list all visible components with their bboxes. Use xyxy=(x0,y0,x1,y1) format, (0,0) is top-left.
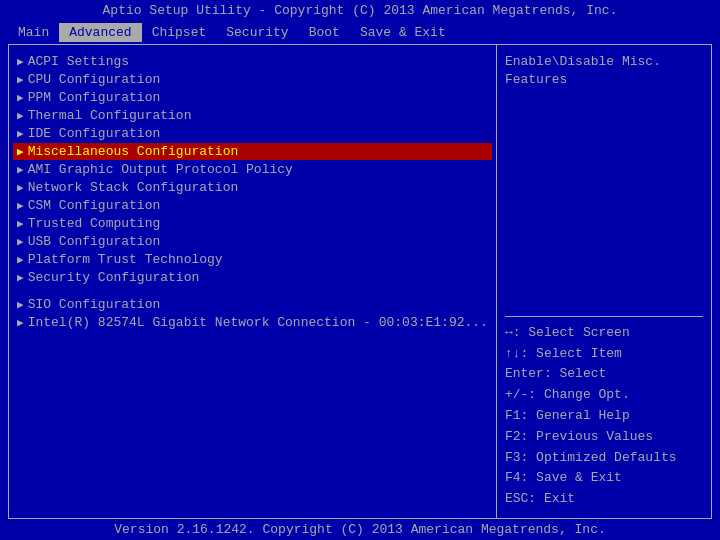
menu-item-advanced[interactable]: Advanced xyxy=(59,23,141,42)
entry-arrow-icon: ▶ xyxy=(17,127,24,140)
entry-label: CSM Configuration xyxy=(28,198,161,213)
entry-arrow-icon: ▶ xyxy=(17,253,24,266)
right-panel: Enable\Disable Misc. Features ↔: Select … xyxy=(497,45,711,518)
entry-arrow-icon: ▶ xyxy=(17,271,24,284)
entry-label: USB Configuration xyxy=(28,234,161,249)
help-description: Enable\Disable Misc. Features xyxy=(505,53,703,89)
key-help-line: F1: General Help xyxy=(505,406,703,427)
menu-entry-network-stack-configuration[interactable]: ▶Network Stack Configuration xyxy=(13,179,492,196)
entry-arrow-icon: ▶ xyxy=(17,316,24,329)
key-help-line: F4: Save & Exit xyxy=(505,468,703,489)
key-help-line: F3: Optimized Defaults xyxy=(505,448,703,469)
menu-entry-thermal-configuration[interactable]: ▶Thermal Configuration xyxy=(13,107,492,124)
key-help-line: F2: Previous Values xyxy=(505,427,703,448)
menu-entry-ppm-configuration[interactable]: ▶PPM Configuration xyxy=(13,89,492,106)
menu-entry-usb-configuration[interactable]: ▶USB Configuration xyxy=(13,233,492,250)
entry-label: AMI Graphic Output Protocol Policy xyxy=(28,162,293,177)
menu-entry-sio-configuration[interactable]: ▶SIO Configuration xyxy=(13,296,492,313)
entry-label: PPM Configuration xyxy=(28,90,161,105)
menu-entry-intelr-82574l-gigabit-network-[interactable]: ▶Intel(R) 82574L Gigabit Network Connect… xyxy=(13,314,492,331)
key-help-line: Enter: Select xyxy=(505,364,703,385)
title-text: Aptio Setup Utility - Copyright (C) 2013… xyxy=(103,3,618,18)
entry-label: Miscellaneous Configuration xyxy=(28,144,239,159)
entry-label: Network Stack Configuration xyxy=(28,180,239,195)
entry-label: Trusted Computing xyxy=(28,216,161,231)
title-bar: Aptio Setup Utility - Copyright (C) 2013… xyxy=(0,0,720,21)
key-help: ↔: Select Screen↑↓: Select ItemEnter: Se… xyxy=(505,316,703,510)
menu-entry-platform-trust-technology[interactable]: ▶Platform Trust Technology xyxy=(13,251,492,268)
entry-arrow-icon: ▶ xyxy=(17,73,24,86)
content-area: ▶ACPI Settings▶CPU Configuration▶PPM Con… xyxy=(8,44,712,519)
key-help-line: ESC: Exit xyxy=(505,489,703,510)
entry-label: Security Configuration xyxy=(28,270,200,285)
entry-arrow-icon: ▶ xyxy=(17,181,24,194)
menu-entry-csm-configuration[interactable]: ▶CSM Configuration xyxy=(13,197,492,214)
menu-entry-trusted-computing[interactable]: ▶Trusted Computing xyxy=(13,215,492,232)
footer-text: Version 2.16.1242. Copyright (C) 2013 Am… xyxy=(114,522,605,537)
entry-arrow-icon: ▶ xyxy=(17,55,24,68)
menu-entry-acpi-settings[interactable]: ▶ACPI Settings xyxy=(13,53,492,70)
left-panel: ▶ACPI Settings▶CPU Configuration▶PPM Con… xyxy=(9,45,497,518)
entry-arrow-icon: ▶ xyxy=(17,298,24,311)
entry-arrow-icon: ▶ xyxy=(17,145,24,158)
entry-label: Thermal Configuration xyxy=(28,108,192,123)
menu-entry-ami-graphic-output-protocol-po[interactable]: ▶AMI Graphic Output Protocol Policy xyxy=(13,161,492,178)
menu-entry-security-configuration[interactable]: ▶Security Configuration xyxy=(13,269,492,286)
entry-arrow-icon: ▶ xyxy=(17,109,24,122)
menu-entry-cpu-configuration[interactable]: ▶CPU Configuration xyxy=(13,71,492,88)
entry-arrow-icon: ▶ xyxy=(17,217,24,230)
entry-arrow-icon: ▶ xyxy=(17,163,24,176)
menu-item-save--exit[interactable]: Save & Exit xyxy=(350,23,456,42)
menu-bar: MainAdvancedChipsetSecurityBootSave & Ex… xyxy=(0,21,720,44)
key-help-line: ↑↓: Select Item xyxy=(505,344,703,365)
entry-label: SIO Configuration xyxy=(28,297,161,312)
entry-label: IDE Configuration xyxy=(28,126,161,141)
entry-arrow-icon: ▶ xyxy=(17,199,24,212)
menu-entry-ide-configuration[interactable]: ▶IDE Configuration xyxy=(13,125,492,142)
key-help-line: ↔: Select Screen xyxy=(505,323,703,344)
key-help-line: +/-: Change Opt. xyxy=(505,385,703,406)
entry-label: Intel(R) 82574L Gigabit Network Connecti… xyxy=(28,315,488,330)
menu-item-chipset[interactable]: Chipset xyxy=(142,23,217,42)
menu-item-main[interactable]: Main xyxy=(8,23,59,42)
bios-screen: Aptio Setup Utility - Copyright (C) 2013… xyxy=(0,0,720,540)
entry-arrow-icon: ▶ xyxy=(17,91,24,104)
entry-label: ACPI Settings xyxy=(28,54,129,69)
entry-label: CPU Configuration xyxy=(28,72,161,87)
entry-label: Platform Trust Technology xyxy=(28,252,223,267)
footer: Version 2.16.1242. Copyright (C) 2013 Am… xyxy=(0,519,720,540)
entry-arrow-icon: ▶ xyxy=(17,235,24,248)
menu-entry-miscellaneous-configuration[interactable]: ▶Miscellaneous Configuration xyxy=(13,143,492,160)
menu-item-security[interactable]: Security xyxy=(216,23,298,42)
menu-item-boot[interactable]: Boot xyxy=(299,23,350,42)
